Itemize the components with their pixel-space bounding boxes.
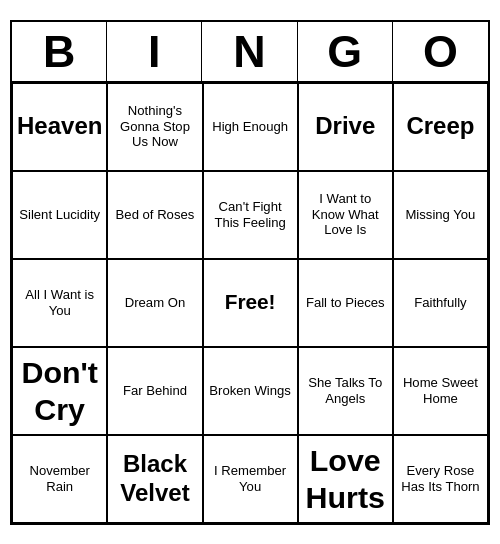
bingo-card: B I N G O HeavenNothing's Gonna Stop Us … [10, 20, 490, 525]
bingo-cell-8[interactable]: I Want to Know What Love Is [298, 171, 393, 259]
bingo-cell-7[interactable]: Can't Fight This Feeling [203, 171, 298, 259]
bingo-cell-2[interactable]: High Enough [203, 83, 298, 171]
bingo-cell-1[interactable]: Nothing's Gonna Stop Us Now [107, 83, 202, 171]
bingo-cell-10[interactable]: All I Want is You [12, 259, 107, 347]
bingo-header: B I N G O [12, 22, 488, 83]
bingo-cell-12[interactable]: Free! [203, 259, 298, 347]
header-b: B [12, 22, 107, 81]
bingo-cell-9[interactable]: Missing You [393, 171, 488, 259]
bingo-cell-18[interactable]: She Talks To Angels [298, 347, 393, 435]
bingo-cell-22[interactable]: I Remember You [203, 435, 298, 523]
bingo-cell-19[interactable]: Home Sweet Home [393, 347, 488, 435]
bingo-cell-6[interactable]: Bed of Roses [107, 171, 202, 259]
bingo-cell-20[interactable]: November Rain [12, 435, 107, 523]
bingo-cell-11[interactable]: Dream On [107, 259, 202, 347]
bingo-cell-16[interactable]: Far Behind [107, 347, 202, 435]
header-n: N [202, 22, 297, 81]
bingo-cell-21[interactable]: Black Velvet [107, 435, 202, 523]
header-i: I [107, 22, 202, 81]
bingo-cell-13[interactable]: Fall to Pieces [298, 259, 393, 347]
bingo-grid: HeavenNothing's Gonna Stop Us NowHigh En… [12, 83, 488, 523]
bingo-cell-15[interactable]: Don't Cry [12, 347, 107, 435]
bingo-cell-0[interactable]: Heaven [12, 83, 107, 171]
bingo-cell-23[interactable]: Love Hurts [298, 435, 393, 523]
bingo-cell-24[interactable]: Every Rose Has Its Thorn [393, 435, 488, 523]
bingo-cell-3[interactable]: Drive [298, 83, 393, 171]
header-o: O [393, 22, 488, 81]
bingo-cell-5[interactable]: Silent Lucidity [12, 171, 107, 259]
bingo-cell-4[interactable]: Creep [393, 83, 488, 171]
bingo-cell-14[interactable]: Faithfully [393, 259, 488, 347]
header-g: G [298, 22, 393, 81]
bingo-cell-17[interactable]: Broken Wings [203, 347, 298, 435]
